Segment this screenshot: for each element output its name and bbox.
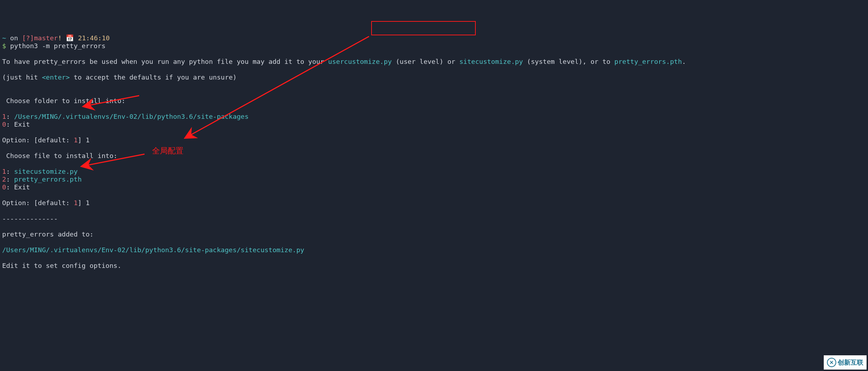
command: python3 -m pretty_errors xyxy=(10,42,105,50)
folder-option-1-num: 1 xyxy=(2,113,6,120)
clock-icon: 📅 xyxy=(62,34,78,42)
info-line-1a: To have pretty_errors be used when you r… xyxy=(2,58,328,65)
option-prompt-1b: ] xyxy=(78,136,86,144)
annotation-label: 全局配置 xyxy=(152,147,183,155)
highlight-box xyxy=(371,21,476,35)
file-option-0-num: 0 xyxy=(2,183,6,191)
usercustomize-file: usercustomize.py xyxy=(328,58,392,65)
folder-option-0-exit: : Exit xyxy=(6,121,30,128)
option-input-2[interactable]: 1 xyxy=(86,199,90,207)
branch-marker: [?] xyxy=(22,34,34,42)
option-input-1[interactable]: 1 xyxy=(86,136,90,144)
prompt-on: on xyxy=(6,34,22,42)
file-option-1-colon: : xyxy=(6,168,14,175)
branch-bang: ! xyxy=(58,34,62,42)
watermark-text: 创新互联 xyxy=(838,359,863,366)
file-option-1-name: sitecustomize.py xyxy=(14,168,77,175)
terminal-output: ~ on [?]master! 📅 21:46:10 $ python3 -m … xyxy=(2,34,866,270)
watermark: ✕ 创新互联 xyxy=(824,355,867,370)
prompt-dollar: $ xyxy=(2,42,10,50)
enter-key: <enter> xyxy=(42,73,70,81)
prompt-time: 21:46:10 xyxy=(78,34,110,42)
info-line-2b: to accept the defaults if you are unsure… xyxy=(70,73,237,81)
edit-hint: Edit it to set config options. xyxy=(2,262,121,269)
option-prompt-2a: Option: [default: xyxy=(2,199,74,207)
info-line-1c: (system level), or to xyxy=(523,58,614,65)
option-prompt-2b: ] xyxy=(78,199,86,207)
option-default-1: 1 xyxy=(74,136,77,144)
info-line-2a: (just hit xyxy=(2,73,42,81)
branch-name: master xyxy=(34,34,58,42)
file-option-0-exit: : Exit xyxy=(6,183,30,191)
info-line-1d: . xyxy=(682,58,686,65)
file-option-2-colon: : xyxy=(6,176,14,183)
pretty-errors-pth-file: pretty_errors.pth xyxy=(614,58,682,65)
option-default-2: 1 xyxy=(74,199,77,207)
dash-separator: -------------- xyxy=(2,215,58,222)
watermark-logo-icon: ✕ xyxy=(827,358,836,367)
file-option-2-name: pretty_errors.pth xyxy=(14,176,81,183)
folder-option-1-path: /Users/MING/.virtualenvs/Env-02/lib/pyth… xyxy=(14,113,248,120)
added-path: /Users/MING/.virtualenvs/Env-02/lib/pyth… xyxy=(2,246,304,254)
file-option-1-num: 1 xyxy=(2,168,6,175)
choose-file-header: Choose file to install into: xyxy=(2,152,117,159)
info-line-1b: (user level) or xyxy=(392,58,459,65)
sitecustomize-file: sitecustomize.py xyxy=(459,58,523,65)
file-option-2-num: 2 xyxy=(2,176,6,183)
choose-folder-header: Choose folder to install into: xyxy=(2,97,125,105)
option-prompt-1a: Option: [default: xyxy=(2,136,74,144)
prompt-tilde: ~ xyxy=(2,34,6,42)
folder-option-0-num: 0 xyxy=(2,121,6,128)
added-to-label: pretty_errors added to: xyxy=(2,230,94,238)
folder-option-1-colon: : xyxy=(6,113,14,120)
